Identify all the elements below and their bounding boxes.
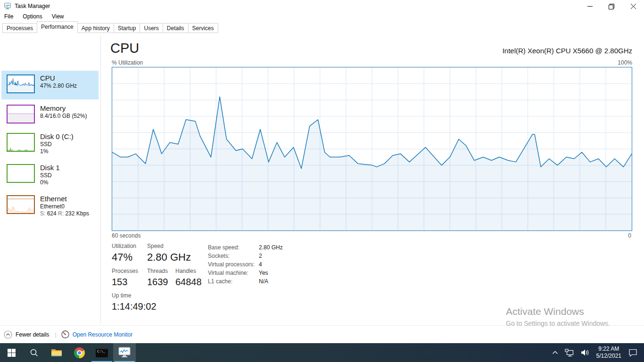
sidebar-cpu-stats: 47% 2.80 GHz [40,82,77,90]
memory-mini-graph [7,105,35,123]
x-axis-left-label: 60 seconds [112,232,140,239]
detail-virtual-machine: Virtual machine:Yes [208,269,283,277]
stat-utilization: Utilization 47% [112,243,147,263]
network-status-button[interactable] [561,343,578,362]
restore-icon [609,4,614,9]
file-explorer-button[interactable] [45,343,68,362]
window-title: Task Manager [15,3,50,9]
sidebar-divider [100,36,101,323]
tray-expand-button[interactable] [549,343,561,362]
open-resource-monitor-link[interactable]: Open Resource Monitor [73,331,132,338]
tab-processes[interactable]: Processes [2,23,37,33]
detail-sockets: Sockets:2 [208,252,283,260]
sidebar-memory-title: Memory [40,104,87,113]
windows-logo-icon [8,349,16,357]
start-button[interactable] [0,343,23,362]
cpu-utilization-chart [112,67,632,231]
tab-users[interactable]: Users [140,23,163,33]
chevron-up-circle-icon [4,330,12,339]
disk0-mini-graph [7,133,35,152]
sidebar-ethernet-adapter: Ethernet0 [40,203,89,210]
speaker-icon [581,349,589,356]
menu-options[interactable]: Options [18,13,47,20]
sidebar-item-cpu[interactable]: CPU 47% 2.80 GHz [1,71,99,99]
performance-sidebar: CPU 47% 2.80 GHz Memory 8.4/16.0 GB (52%… [0,33,100,325]
clock-time: 9:22 AM [596,346,621,353]
action-center-icon [628,349,637,357]
desktop: Task Manager File Options View [0,0,644,362]
tab-app-history[interactable]: App history [77,23,114,33]
resource-monitor-icon [61,330,69,338]
menu-file[interactable]: File [0,13,18,20]
x-axis-right-label: 0 [628,232,631,239]
cpu-mini-graph [7,74,35,93]
taskbar-clock[interactable]: 9:22 AM 5/12/2021 [593,346,625,360]
y-axis-max-label: 100% [618,59,632,66]
search-button[interactable] [23,343,45,362]
cpu-spec-details: Base speed:2.80 GHz Sockets:2 Virtual pr… [208,243,283,286]
chart-top-axis: % Utilization 100% [112,59,632,66]
menu-view[interactable]: View [47,13,69,20]
processor-name: Intel(R) Xeon(R) CPU X5660 @ 2.80GHz [503,47,632,55]
task-manager-icon [118,347,131,358]
footer-divider: | [55,331,56,338]
sidebar-disk0-title: Disk 0 (C:) [40,132,74,141]
disk1-mini-graph [7,164,35,183]
task-manager-app-icon [4,2,12,10]
stat-handles: Handles 64848 [175,268,202,288]
sidebar-item-disk0[interactable]: Disk 0 (C:) SSD 1% [1,129,99,160]
chevron-up-icon [552,350,558,355]
network-ethernet-icon [565,349,574,357]
sidebar-disk1-type: SSD [40,172,60,179]
fewer-details-button[interactable] [4,330,12,339]
page-title: CPU [110,41,139,56]
sidebar-ethernet-title: Ethernet [40,194,89,203]
sidebar-item-disk1[interactable]: Disk 1 SSD 0% [1,160,99,191]
sidebar-item-ethernet[interactable]: Ethernet Ethernet0 S: 624 R: 232 Kbps [1,191,99,222]
cpu-chart-svg [112,67,632,230]
minimize-button[interactable] [579,0,601,13]
chrome-icon [74,347,85,358]
tab-strip: Processes Performance App history Startu… [0,21,644,33]
sidebar-item-memory[interactable]: Memory 8.4/16.0 GB (52%) [1,101,99,129]
tab-services[interactable]: Services [188,23,218,33]
cpu-stats: Utilization 47% Speed 2.80 GHz Processes… [112,243,632,312]
sidebar-ethernet-throughput: S: 624 R: 232 Kbps [40,210,89,217]
close-button[interactable] [622,0,644,13]
titlebar: Task Manager [0,0,644,12]
chrome-button[interactable] [68,343,91,362]
tab-performance[interactable]: Performance [37,21,78,33]
action-center-button[interactable] [625,343,644,362]
sidebar-disk1-usage: 0% [40,179,60,186]
tab-details[interactable]: Details [163,23,189,33]
sidebar-disk0-usage: 1% [40,148,74,155]
stat-processes: Processes 153 [112,268,147,288]
detail-virtual-processors: Virtual processors:4 [208,260,283,269]
chart-bottom-axis: 60 seconds 0 [112,232,632,239]
tab-startup[interactable]: Startup [114,23,140,33]
clock-date: 5/12/2021 [596,353,621,360]
detail-base-speed: Base speed:2.80 GHz [208,243,283,252]
ethernet-mini-graph [7,195,35,214]
stat-threads: Threads 1639 [147,268,175,288]
task-manager-button[interactable] [113,343,136,362]
search-icon [30,348,38,357]
volume-button[interactable] [578,343,593,362]
close-icon [631,4,636,9]
taskbar: C:\_ [0,343,644,362]
command-prompt-button[interactable]: C:\_ [91,343,113,362]
fewer-details-label[interactable]: Fewer details [16,331,49,338]
sidebar-disk0-type: SSD [40,141,74,148]
sidebar-memory-stats: 8.4/16.0 GB (52%) [40,113,87,120]
footer-bar: Fewer details | Open Resource Monitor [0,325,644,343]
minimize-icon [587,4,593,9]
restore-button[interactable] [601,0,622,13]
stat-uptime: Up time 1:14:49:02 [112,292,632,312]
command-prompt-icon: C:\_ [96,348,108,357]
file-explorer-icon [51,348,62,357]
stat-speed: Speed 2.80 GHz [147,243,191,263]
detail-l1-cache: L1 cache:N/A [208,277,283,286]
y-axis-label: % Utilization [112,59,143,66]
cpu-performance-panel: CPU Intel(R) Xeon(R) CPU X5660 @ 2.80GHz… [112,33,632,324]
sidebar-cpu-title: CPU [40,74,77,82]
